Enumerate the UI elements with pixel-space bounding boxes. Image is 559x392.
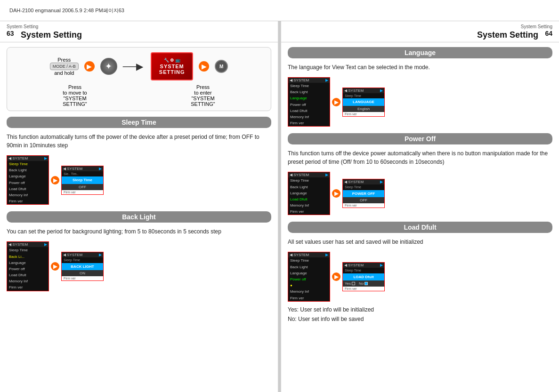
loaddfult-text: All set values user has set and saved wi… [288,238,552,246]
ld-left-bl: Back Light [288,264,330,270]
loaddfult-header: Load Dfult [288,222,552,233]
ss-label-1: SYSTEM [160,64,184,69]
right-page-content: Language The language for View Text can … [281,42,559,335]
lang-right-st: Sleep Time [343,93,384,99]
language-text: The language for View Text can be select… [288,63,552,72]
caption-enter: Press to enter "SYSTEM SETTING" [184,84,222,107]
nav-button: ✦ [100,58,117,75]
lang-right-value: English [343,106,384,112]
lang-right-body: Sleep Time LANGUAGE English [343,93,384,112]
sleep-arrow: ▶ [51,176,59,184]
po-left-body: Sleep Time Back Light Language Load Dful… [288,177,330,215]
sleep-right-sleeptime-label: Sle.. Tim.. [62,171,103,177]
ld-no-box [365,282,368,285]
sleep-time-text: This function automatically turns off th… [7,133,271,150]
sleep-time-section: Sleep Time This function automatically t… [7,117,271,205]
bl-left-loaddfult: Load Dfult [7,272,49,278]
captions-row: Press to move to "SYSTEM SETTING" Press … [11,84,267,107]
bl-left-body: Sleep Time Back Li... Language Power off… [7,247,49,290]
language-header: Language [288,47,552,58]
ld-left-st: Sleep Time [288,257,330,264]
ld-yes-box [352,282,355,285]
lang-left-po: Power off [288,102,330,108]
bl-left-memoryinf: Memory Inf [7,278,49,284]
po-left-lang: Language [288,190,330,196]
lang-left-ld: Load Dfult [288,108,330,114]
lang-left-menu: ◀ SYSTEM ▶ Sleep Time Back Light Languag… [288,77,330,127]
bl-left-header: ◀ SYSTEM ▶ [7,242,49,247]
lang-right-header: ◀ SYSTEM ▶ [343,88,384,93]
po-left-mi: Memory Inf [288,202,330,208]
po-left-po: Load Dfult [288,196,330,202]
sleep-left-item-language: Language [7,173,49,179]
left-page-header: System Setting 63 System Setting [0,21,278,42]
lang-right-active: LANGUAGE [343,98,384,105]
back-light-section: Back Light You can set the period for ba… [7,211,271,291]
sleep-left-item-backlight: Back Light [7,167,49,173]
left-page-title: System Setting [7,30,271,40]
ld-no-label: No [359,281,364,286]
page-divider [279,21,280,392]
po-left-st: Sleep Time [288,177,330,184]
po-right-header: ◀ SYSTEM ▶ [343,179,384,184]
bl-right-sleeptime: Sleep Time [62,257,103,263]
press-label: Press [57,57,71,63]
sleep-right-footer: Firm ver [62,190,103,194]
bl-right-body: Sleep Time BACK LIGHT ON [62,257,103,276]
ld-yes-label: Yes [345,281,351,286]
bl-right-active: BACK LIGHT [62,263,103,270]
po-left-fv: Firm ver [288,208,330,215]
sleep-right-value: OFF [62,184,103,190]
caption-enter-line1: Press [184,84,222,90]
ss-label-2: SETTING [159,69,185,75]
sleep-left-item-memoryinf: Memory Inf [7,192,49,198]
ld-left-lang: Language [288,270,330,276]
poweroff-text: This function turns off the device power… [288,149,552,166]
bl-right-footer: Firm ver [62,276,103,280]
and-hold-label: and hold [54,70,74,76]
right-page-title: System Setting [288,30,552,40]
ld-right-body: Sleep Time LOAD Dfult Yes No [343,268,384,287]
sleep-left-menu: ◀ SYSTEM ▶ Sleep Time Back Light Languag… [7,155,49,205]
sleep-left-item-loaddfult: Load Dfult [7,186,49,192]
back-light-header: Back Light [7,211,271,223]
press-hold-block: Press MODE / A-B and hold [50,57,79,76]
poweroff-header: Power Off [288,133,552,144]
top-strip: DAH-2100 engmanual 2006.5.9 2:48 PM페이지63 [0,0,559,21]
lang-left-header: ◀ SYSTEM ▶ [288,78,330,83]
caption-enter-line3: "SYSTEM SETTING" [184,96,222,107]
yes-info: Yes: User set info will be initialized [288,305,552,314]
top-header-text: DAH-2100 engmanual 2006.5.9 2:48 PM페이지63 [9,7,124,14]
ld-arrow: ▶ [332,272,340,281]
sleep-right-active: Sleep Time [62,176,103,184]
caption-press: Press to move to "SYSTEM SETTING" [56,84,94,107]
po-left-bl: Back Light [288,184,330,190]
sleep-right-body: Sle.. Tim.. Sleep Time OFF [62,171,103,190]
page-left: System Setting 63 System Setting Press M… [0,21,278,392]
arrow-circle-1: ▶ [84,61,95,72]
left-page-content: Press MODE / A-B and hold ▶ ✦ [0,42,278,303]
ld-yes-item: Yes [345,281,355,286]
lang-left-bl: Back Light [288,89,330,95]
bl-left-firmver: Firm ver [7,284,49,290]
po-right-active: POWER OFF [343,190,384,197]
ld-left-po: Power off [288,276,330,282]
ld-left-menu: ◀ SYSTEM ▶ Sleep Time Back Light Languag… [288,252,330,301]
poweroff-section: Power Off This function turns off the de… [288,133,552,215]
bl-left-poweroff: Power off [7,266,49,272]
pages-wrapper: System Setting 63 System Setting Press M… [0,21,559,392]
sleep-left-header: ◀ SYSTEM ▶ [7,156,49,161]
ss-icon-chars: 🔧 ⚙ 📺 [164,58,180,63]
ld-right-st: Sleep Time [343,268,384,273]
backlight-left-menu: ◀ SYSTEM ▶ Sleep Time Back Li... Languag… [7,241,49,291]
page-right: System Setting 64 System Setting Languag… [281,21,559,392]
poweroff-demo: ◀ SYSTEM ▶ Sleep Time Back Light Languag… [288,172,552,215]
sleep-time-demo: ◀ SYSTEM ▶ Sleep Time Back Light Languag… [7,155,271,205]
left-page-num: 63 [7,30,14,37]
backlight-demo: ◀ SYSTEM ▶ Sleep Time Back Li... Languag… [7,241,271,291]
lang-left-st: Sleep Time [288,83,330,89]
bl-right-value: ON [62,270,103,276]
ld-left-mi: Memory Inf [288,288,330,295]
bl-left-backlight: Back Li... [7,254,49,260]
right-page-header: System Setting 64 System Setting [281,21,559,42]
